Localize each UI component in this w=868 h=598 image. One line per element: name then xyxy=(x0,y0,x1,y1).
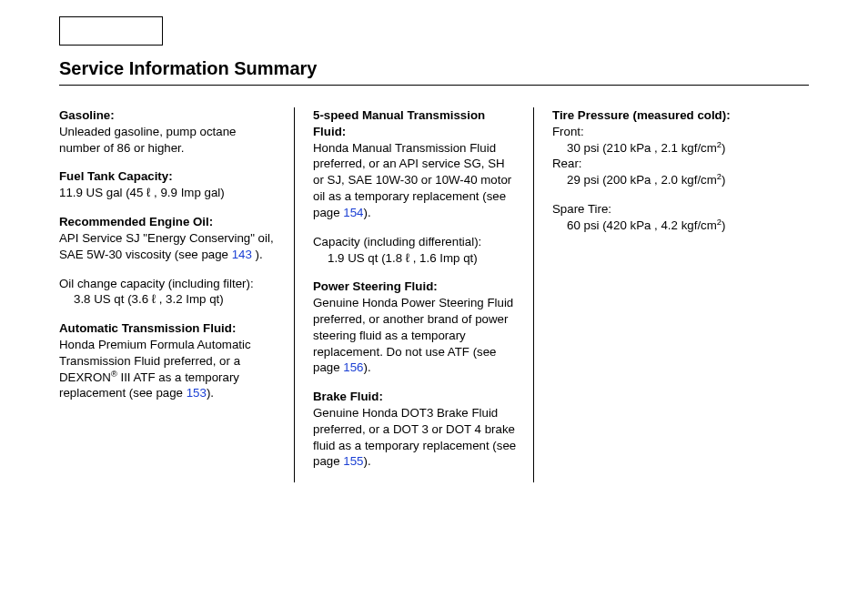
header-box-placeholder xyxy=(59,16,163,46)
spare-tire-section: Spare Tire: 60 psi (420 kPa , 4.2 kgf/cm… xyxy=(552,201,789,234)
gasoline-section: Gasoline: Unleaded gasoline, pump octane… xyxy=(59,107,274,156)
rear-label: Rear: xyxy=(552,157,582,170)
close-paren: ) xyxy=(722,141,725,155)
spare-label: Spare Tire: xyxy=(552,202,611,216)
atf-section: Automatic Transmission Fluid: Honda Prem… xyxy=(59,320,274,401)
title-divider xyxy=(59,85,809,86)
columns: Gasoline: Unleaded gasoline, pump octane… xyxy=(59,107,809,482)
engine-oil-section: Recommended Engine Oil: API Service SJ "… xyxy=(59,214,274,262)
close-paren: ) xyxy=(722,173,725,187)
mtf-section: 5-speed Manual Transmission Fluid: Honda… xyxy=(313,107,517,221)
atf-heading: Automatic Transmission Fluid: xyxy=(59,321,236,335)
page-title: Service Information Summary xyxy=(59,58,809,79)
fuel-capacity-section: Fuel Tank Capacity: 11.9 US gal (45 ℓ , … xyxy=(59,168,274,201)
mtf-page-link[interactable]: 154 xyxy=(343,206,363,219)
engine-oil-body-end: ). xyxy=(252,248,263,261)
front-label: Front: xyxy=(552,125,584,138)
oil-change-section: Oil change capacity (including filter): … xyxy=(59,276,274,309)
close-paren: ) xyxy=(722,218,725,232)
gasoline-body: Unleaded gasoline, pump octane number of… xyxy=(59,125,236,155)
brake-body-2: ). xyxy=(363,454,370,468)
mtf-body-2: ). xyxy=(363,206,370,219)
fuel-capacity-value: 11.9 US gal (45 ℓ , 9.9 Imp gal) xyxy=(59,186,225,199)
document-page: Service Information Summary Gasoline: Un… xyxy=(0,0,868,598)
front-value: 30 psi (210 kPa , 2.1 kgf/cm2) xyxy=(552,141,725,155)
tire-pressure-heading: Tire Pressure (measured cold): xyxy=(552,108,731,122)
engine-oil-page-link[interactable]: 143 xyxy=(232,248,252,261)
column-1: Gasoline: Unleaded gasoline, pump octane… xyxy=(59,107,294,482)
rear-value-text: 29 psi (200 kPa , 2.0 kgf/cm xyxy=(567,173,717,187)
engine-oil-heading: Recommended Engine Oil: xyxy=(59,215,213,228)
brake-section: Brake Fluid: Genuine Honda DOT3 Brake Fl… xyxy=(313,389,517,470)
column-2: 5-speed Manual Transmission Fluid: Honda… xyxy=(294,107,534,482)
tire-pressure-section: Tire Pressure (measured cold): Front: 30… xyxy=(552,107,789,188)
gasoline-heading: Gasoline: xyxy=(59,108,115,122)
atf-page-link[interactable]: 153 xyxy=(187,386,207,400)
mtf-heading: 5-speed Manual Transmission Fluid: xyxy=(313,108,485,138)
psf-body-2: ). xyxy=(363,360,370,374)
psf-page-link[interactable]: 156 xyxy=(343,360,363,374)
brake-page-link[interactable]: 155 xyxy=(343,454,363,468)
oil-change-label: Oil change capacity (including filter): xyxy=(59,277,254,290)
mtf-capacity-label: Capacity (including differential): xyxy=(313,235,481,248)
mtf-capacity-section: Capacity (including differential): 1.9 U… xyxy=(313,234,517,267)
atf-body-3: ). xyxy=(207,386,214,400)
oil-change-value: 3.8 US qt (3.6 ℓ , 3.2 Imp qt) xyxy=(59,292,224,306)
registered-symbol: ® xyxy=(111,369,117,378)
spare-value: 60 psi (420 kPa , 4.2 kgf/cm2) xyxy=(552,218,725,232)
rear-value: 29 psi (200 kPa , 2.0 kgf/cm2) xyxy=(552,173,725,187)
fuel-capacity-heading: Fuel Tank Capacity: xyxy=(59,169,173,183)
psf-heading: Power Steering Fluid: xyxy=(313,279,438,293)
mtf-capacity-value: 1.9 US qt (1.8 ℓ , 1.6 Imp qt) xyxy=(313,251,478,265)
psf-section: Power Steering Fluid: Genuine Honda Powe… xyxy=(313,279,517,376)
column-3: Tire Pressure (measured cold): Front: 30… xyxy=(534,107,789,482)
front-value-text: 30 psi (210 kPa , 2.1 kgf/cm xyxy=(567,141,717,155)
spare-value-text: 60 psi (420 kPa , 4.2 kgf/cm xyxy=(567,218,717,232)
brake-heading: Brake Fluid: xyxy=(313,390,383,403)
